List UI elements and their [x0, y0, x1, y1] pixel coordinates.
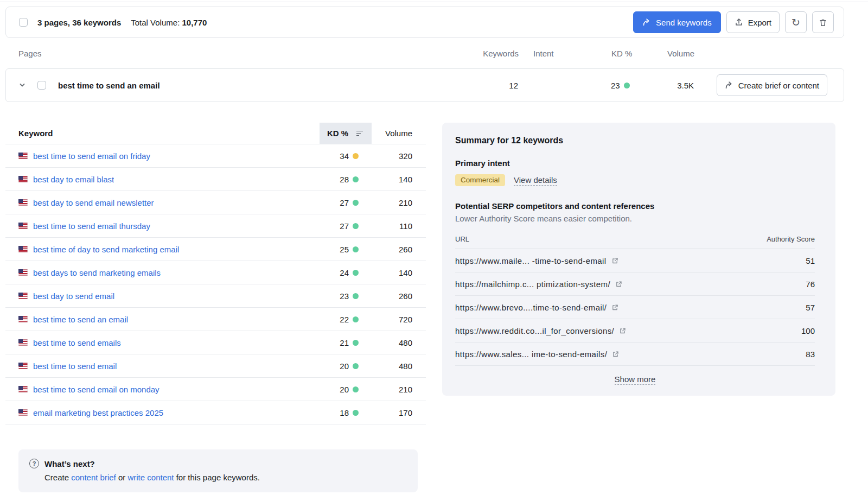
keyword-link[interactable]: best time to send emails: [33, 338, 121, 347]
serp-subheading: Lower Authority Score means easier compe…: [455, 214, 822, 223]
kd-dot: [353, 153, 359, 159]
volume-value: 210: [372, 378, 426, 401]
kd-dot: [353, 293, 359, 299]
kd-value: 27: [320, 221, 349, 231]
volume-header-label: Volume: [653, 49, 694, 58]
us-flag-icon: [18, 246, 28, 252]
pages-column-header: Pages Keywords Intent KD % Volume: [5, 38, 844, 68]
export-icon: [735, 18, 743, 27]
keyword-link[interactable]: best time to send email on monday: [33, 385, 159, 394]
page-row-checkbox[interactable]: [37, 81, 46, 90]
question-circle-icon: ?: [29, 459, 39, 468]
keyword-row: best time of day to send marketing email…: [5, 238, 426, 261]
authority-score-value: 57: [806, 303, 815, 312]
keyword-link[interactable]: best day to send email newsletter: [33, 198, 154, 207]
us-flag-icon: [18, 339, 28, 346]
competitor-url: https://mailchimp.c... ptimization-syste…: [455, 280, 610, 289]
whats-next-box: ? What’s next? Create content brief or w…: [18, 449, 418, 492]
selection-toolbar: 3 pages, 36 keywords Total Volume: 10,77…: [5, 7, 844, 38]
create-brief-button[interactable]: Create brief or content: [717, 74, 827, 96]
keyword-link[interactable]: best time of day to send marketing email: [33, 245, 179, 254]
whats-next-text: Create content brief or write content fo…: [29, 473, 407, 482]
us-flag-icon: [18, 176, 28, 182]
kd-value: 24: [320, 268, 349, 277]
whats-next-title: What’s next?: [44, 459, 95, 468]
create-brief-label: Create brief or content: [738, 81, 819, 90]
total-volume-label: Total Volume:: [131, 18, 180, 27]
keyword-row: best days to send marketing emails 24 14…: [5, 261, 426, 284]
kd-dot: [353, 340, 359, 346]
chevron-down-icon[interactable]: [19, 82, 25, 88]
competitors-table-body: https://www.maile... -time-to-send-email…: [455, 249, 815, 366]
keyword-link[interactable]: best time to send email thursday: [33, 221, 150, 231]
summary-title: Summary for 12 keywords: [455, 136, 822, 145]
kd-dot: [353, 223, 359, 229]
authority-score-column-header: Authority Score: [767, 235, 815, 243]
kd-dot: [353, 410, 359, 416]
kd-header-label: KD %: [601, 49, 653, 58]
authority-score-value: 83: [806, 350, 815, 359]
us-flag-icon: [18, 153, 28, 159]
keyword-row: best day to send email 23 260: [5, 284, 426, 308]
keyword-table-header: Keyword KD % Volume: [5, 123, 426, 144]
kd-value: 34: [320, 151, 349, 161]
page-kd-dot: [624, 83, 630, 88]
keyword-table-body: best time to send email on friday 34 320: [5, 144, 426, 424]
us-flag-icon: [18, 386, 28, 392]
keyword-link[interactable]: best time to send email on friday: [33, 151, 150, 161]
export-button[interactable]: Export: [726, 11, 780, 33]
competitor-row: https://mailchimp.c... ptimization-syste…: [455, 272, 815, 296]
kd-column-header-label: KD %: [327, 129, 348, 138]
summary-panel: Summary for 12 keywords Primary intent C…: [442, 123, 835, 396]
kd-dot: [353, 200, 359, 206]
send-keywords-button[interactable]: Send keywords: [633, 11, 721, 33]
kd-value: 20: [320, 362, 349, 371]
external-link-icon[interactable]: [615, 281, 622, 288]
send-arrow-icon: [642, 18, 651, 27]
kd-column-header[interactable]: KD %: [320, 123, 372, 144]
keyword-link[interactable]: best days to send marketing emails: [33, 268, 161, 277]
kd-value: 23: [320, 291, 349, 301]
write-content-link[interactable]: write content: [127, 473, 174, 482]
authority-score-value: 51: [806, 256, 815, 265]
show-more-link[interactable]: Show more: [615, 375, 656, 385]
external-link-icon[interactable]: [612, 351, 619, 358]
delete-button[interactable]: [812, 11, 834, 33]
external-link-icon[interactable]: [611, 257, 618, 264]
keyword-row: best time to send email thursday 27 110: [5, 214, 426, 238]
intent-badge: Commercial: [455, 174, 505, 186]
trash-icon: [819, 18, 827, 27]
kd-value: 18: [320, 408, 349, 417]
keyword-link[interactable]: best day to email blast: [33, 175, 114, 184]
kd-value: 21: [320, 338, 349, 347]
volume-value: 140: [372, 261, 426, 284]
primary-intent-label: Primary intent: [455, 158, 822, 168]
view-details-link[interactable]: View details: [514, 175, 557, 186]
content-brief-link[interactable]: content brief: [71, 473, 116, 482]
keyword-row: best time to send email 20 480: [5, 354, 426, 378]
selection-summary: 3 pages, 36 keywords: [37, 18, 121, 27]
volume-value: 260: [372, 238, 426, 261]
kd-dot: [353, 386, 359, 392]
volume-value: 720: [372, 308, 426, 331]
select-all-checkbox[interactable]: [19, 18, 28, 27]
keyword-link[interactable]: email marketing best practices 2025: [33, 408, 163, 417]
competitors-table: URL Authority Score https://www.maile...…: [455, 235, 822, 384]
kd-dot: [353, 246, 359, 252]
keyword-link[interactable]: best day to send email: [33, 291, 114, 301]
keyword-row: best time to send email on friday 34 320: [5, 144, 426, 168]
url-column-header: URL: [455, 235, 469, 243]
page-keywords-count: 12: [469, 81, 518, 90]
keyword-link[interactable]: best time to send an email: [33, 315, 128, 324]
kd-dot: [353, 363, 359, 369]
external-link-icon[interactable]: [611, 304, 618, 311]
us-flag-icon: [18, 269, 28, 276]
kd-value: 27: [320, 198, 349, 207]
create-brief-arrow-icon: [725, 81, 733, 90]
keyword-row: email marketing best practices 2025 18 1…: [5, 401, 426, 424]
refresh-button[interactable]: ↻: [785, 11, 807, 33]
keyword-row: best time to send emails 21 480: [5, 331, 426, 354]
external-link-icon[interactable]: [619, 327, 626, 334]
keyword-link[interactable]: best time to send email: [33, 362, 117, 371]
competitor-url: https://www.brevo....time-to-send-email/: [455, 303, 607, 312]
